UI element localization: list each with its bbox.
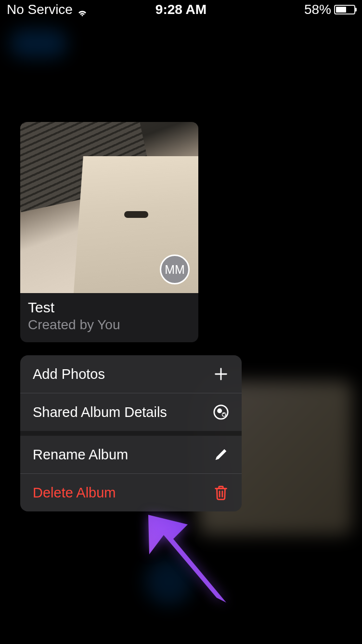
menu-item-label: Rename Album: [33, 447, 128, 463]
album-title: Test: [28, 299, 191, 316]
rename-album-button[interactable]: Rename Album: [20, 436, 242, 473]
battery-percentage: 58%: [304, 2, 331, 17]
battery-icon: [334, 5, 355, 14]
shared-album-details-button[interactable]: Shared Album Details: [20, 393, 242, 431]
pencil-icon: [213, 446, 229, 463]
menu-item-label: Delete Album: [33, 485, 116, 501]
delete-album-button[interactable]: Delete Album: [20, 474, 242, 511]
plus-icon: [213, 366, 229, 382]
status-bar: No Service 9:28 AM 58%: [0, 0, 362, 19]
shared-user-badge: MM: [160, 255, 190, 284]
album-info: Test Created by You: [20, 293, 198, 342]
menu-item-label: Shared Album Details: [33, 404, 167, 420]
shared-people-icon: [213, 404, 229, 420]
trash-icon: [213, 484, 229, 501]
menu-item-label: Add Photos: [33, 366, 105, 382]
album-subtitle: Created by You: [28, 316, 191, 334]
carrier-label: No Service: [7, 2, 73, 17]
battery-level: [336, 7, 346, 13]
album-preview-card[interactable]: MM Test Created by You: [20, 122, 198, 342]
clock: 9:28 AM: [155, 2, 207, 17]
album-thumbnail: MM: [20, 122, 198, 293]
wifi-icon: [77, 5, 88, 14]
add-photos-button[interactable]: Add Photos: [20, 355, 242, 393]
svg-point-3: [217, 408, 222, 413]
context-menu: Add Photos Shared Album Details Rename A…: [20, 355, 242, 511]
